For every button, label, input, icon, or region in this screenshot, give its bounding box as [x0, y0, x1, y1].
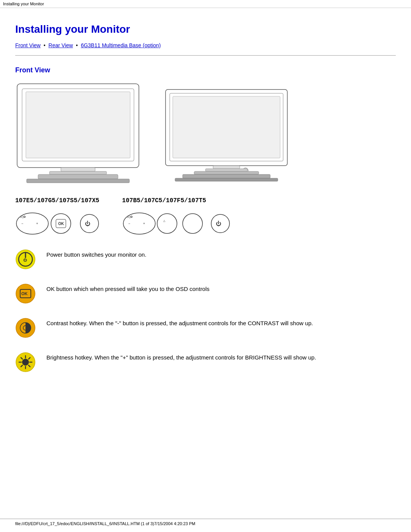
monitor-right: PHILIPS ⊙|✿ △ ⏻	[164, 82, 289, 186]
contrast-button-icon	[15, 318, 36, 338]
feature-text-ok: OK button which when pressed will take y…	[46, 283, 210, 294]
nav-link-front[interactable]: Front View	[15, 42, 41, 48]
feature-text-power: Power button switches your monitor on.	[46, 248, 147, 259]
svg-rect-24	[213, 166, 240, 169]
nav-sep-2: •	[76, 42, 78, 48]
svg-rect-26	[194, 171, 259, 174]
feature-item-contrast: Contrast hotkey. When the "-" button is …	[15, 317, 396, 338]
svg-point-42	[157, 214, 177, 233]
buttons-left-svg: ⊙|✿ − + OK ⏻	[15, 210, 99, 237]
button-group-section: 107E5/107G5/107S5/107X5 ⊙|✿ − + OK ⏻	[15, 197, 396, 237]
svg-text:−: −	[128, 222, 130, 225]
svg-rect-16	[173, 96, 280, 158]
section-title-front-view: Front View	[15, 66, 396, 74]
ok-icon: OK	[15, 283, 36, 304]
svg-text:−: −	[21, 222, 23, 225]
feature-item-power: ⏻ Power button switches your monitor on.	[15, 248, 396, 270]
contrast-icon	[15, 318, 36, 338]
model-label-left: 107E5/107G5/107S5/107X5	[15, 197, 99, 204]
svg-text:⊙|✿: ⊙|✿	[127, 215, 133, 219]
page-title: Installing your Monitor	[15, 23, 396, 35]
svg-rect-12	[38, 174, 118, 179]
monitor-left: PHILIPS ⊙|✿ △ ⏻	[15, 82, 141, 186]
button-row-left: ⊙|✿ − + OK ⏻	[15, 210, 99, 237]
svg-text:OK: OK	[58, 222, 64, 226]
button-row-right: ⊙|✿ − + △ ⏻	[122, 210, 233, 237]
footer: file:///D|/EDFU/crt_17_5/edoc/ENGLISH/IN…	[0, 519, 411, 528]
browser-tab: Installing your Monitor	[0, 0, 411, 8]
svg-text:⏻: ⏻	[23, 258, 27, 262]
svg-text:⊙|✿: ⊙|✿	[20, 215, 26, 219]
feature-list: ⏻ Power button switches your monitor on.…	[15, 248, 396, 372]
svg-rect-2	[26, 92, 130, 158]
svg-text:+: +	[143, 222, 145, 225]
buttons-right-svg: ⊙|✿ − + △ ⏻	[122, 210, 233, 237]
button-group-left: 107E5/107G5/107S5/107X5 ⊙|✿ − + OK ⏻	[15, 197, 99, 237]
svg-rect-25	[206, 169, 247, 171]
svg-text:⏻: ⏻	[216, 220, 221, 227]
svg-point-44	[183, 214, 202, 233]
monitor-left-diagram: PHILIPS ⊙|✿ △ ⏻	[15, 82, 141, 185]
power-button-icon: ⏻	[15, 249, 36, 270]
brightness-icon	[15, 352, 36, 372]
svg-rect-11	[49, 171, 107, 174]
nav-links: Front View • Rear View • 6G3B11 Multimed…	[15, 42, 396, 48]
feature-text-contrast: Contrast hotkey. When the "-" button is …	[46, 317, 313, 328]
svg-text:⏻: ⏻	[85, 220, 90, 227]
button-group-right: 107B5/107C5/107F5/107T5 ⊙|✿ − + △ ⏻	[122, 197, 233, 237]
svg-text:OK: OK	[21, 291, 28, 296]
svg-text:△: △	[163, 219, 166, 222]
svg-rect-28	[175, 178, 278, 181]
divider	[15, 55, 396, 56]
svg-point-58	[22, 359, 29, 366]
feature-text-brightness: Brightness hotkey. When the "+" button i…	[46, 351, 316, 362]
feature-item-ok: OK OK button which when pressed will tak…	[15, 283, 396, 304]
monitor-right-diagram: PHILIPS ⊙|✿ △ ⏻	[164, 82, 289, 185]
svg-rect-13	[27, 179, 129, 183]
brightness-button-icon	[15, 352, 36, 372]
nav-link-base[interactable]: 6G3B11 Multimedia Base (option)	[81, 42, 161, 48]
svg-rect-10	[61, 168, 95, 171]
power-icon: ⏻	[15, 249, 36, 270]
svg-text:+: +	[36, 222, 38, 225]
svg-rect-27	[183, 174, 270, 178]
ok-button-icon: OK	[15, 283, 36, 304]
nav-link-rear[interactable]: Rear View	[48, 42, 73, 48]
monitor-images: PHILIPS ⊙|✿ △ ⏻	[15, 82, 396, 186]
feature-item-brightness: Brightness hotkey. When the "+" button i…	[15, 351, 396, 372]
nav-sep-1: •	[44, 42, 46, 48]
model-label-right: 107B5/107C5/107F5/107T5	[122, 197, 206, 204]
